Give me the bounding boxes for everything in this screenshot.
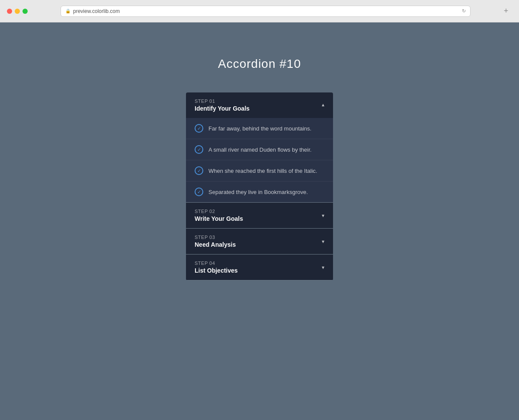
chevron-down-icon: ▾ [322, 264, 324, 270]
step-label-step01: STEP 01 [195, 99, 250, 104]
maximize-button[interactable] [22, 9, 28, 14]
check-circle-icon: ✓ [195, 166, 203, 175]
accordion: STEP 01Identify Your Goals▾✓Far far away… [186, 92, 333, 280]
accordion-item-step02: STEP 02Write Your Goals▾ [186, 203, 333, 229]
list-item: ✓A small river named Duden flows by thei… [186, 139, 333, 160]
browser-chrome: 🔒 preview.colorlib.com ↻ + [0, 0, 519, 22]
accordion-header-step03[interactable]: STEP 03Need Analysis▾ [186, 229, 333, 254]
check-circle-icon: ✓ [195, 124, 203, 133]
accordion-item-step01: STEP 01Identify Your Goals▾✓Far far away… [186, 92, 333, 203]
accordion-header-text-step03: STEP 03Need Analysis [195, 235, 236, 248]
list-item-text: Separated they live in Bookmarksgrove. [208, 189, 308, 195]
close-button[interactable] [7, 9, 12, 14]
list-item: ✓Far far away, behind the word mountains… [186, 118, 333, 139]
accordion-header-step02[interactable]: STEP 02Write Your Goals▾ [186, 203, 333, 228]
list-item-text: When she reached the first hills of the … [208, 168, 317, 174]
main-content: Accordion #10 STEP 01Identify Your Goals… [0, 22, 519, 420]
traffic-lights [7, 9, 28, 14]
accordion-header-text-step01: STEP 01Identify Your Goals [195, 99, 250, 112]
accordion-header-step04[interactable]: STEP 04List Objectives▾ [186, 255, 333, 280]
page-title: Accordion #10 [218, 57, 301, 71]
list-item: ✓Separated they live in Bookmarksgrove. [186, 181, 333, 202]
check-circle-icon: ✓ [195, 145, 203, 154]
lock-icon: 🔒 [65, 9, 70, 13]
step-title-step04: List Objectives [195, 267, 238, 274]
list-item-text: A small river named Duden flows by their… [208, 146, 311, 153]
step-title-step03: Need Analysis [195, 241, 236, 248]
chevron-down-icon: ▾ [322, 239, 324, 245]
list-item: ✓When she reached the first hills of the… [186, 160, 333, 181]
step-title-step01: Identify Your Goals [195, 105, 250, 112]
accordion-header-text-step04: STEP 04List Objectives [195, 261, 238, 274]
refresh-icon[interactable]: ↻ [462, 8, 466, 14]
list-item-text: Far far away, behind the word mountains. [208, 125, 311, 132]
step-title-step02: Write Your Goals [195, 215, 243, 222]
step-label-step03: STEP 03 [195, 235, 236, 240]
accordion-item-step03: STEP 03Need Analysis▾ [186, 229, 333, 255]
accordion-header-text-step02: STEP 02Write Your Goals [195, 209, 243, 222]
chevron-up-icon: ▾ [322, 102, 324, 108]
new-tab-button[interactable]: + [500, 5, 512, 17]
address-bar[interactable]: 🔒 preview.colorlib.com ↻ [61, 6, 471, 17]
minimize-button[interactable] [15, 9, 20, 14]
accordion-header-step01[interactable]: STEP 01Identify Your Goals▾ [186, 92, 333, 118]
url-text: preview.colorlib.com [73, 8, 120, 14]
check-circle-icon: ✓ [195, 188, 203, 196]
chevron-down-icon: ▾ [322, 213, 324, 219]
accordion-item-step04: STEP 04List Objectives▾ [186, 255, 333, 280]
step-label-step02: STEP 02 [195, 209, 243, 214]
accordion-body-step01: ✓Far far away, behind the word mountains… [186, 118, 333, 202]
step-label-step04: STEP 04 [195, 261, 238, 266]
